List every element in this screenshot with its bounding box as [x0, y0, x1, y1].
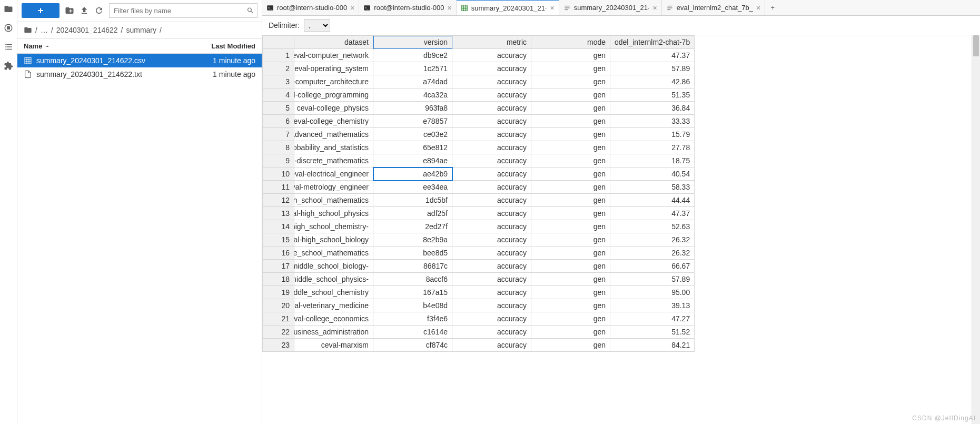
row-number[interactable]: 1 — [263, 49, 294, 62]
close-icon[interactable]: × — [350, 4, 354, 12]
cell[interactable]: 36.84 — [610, 102, 695, 115]
cell[interactable]: gen — [531, 286, 610, 299]
column-header[interactable]: odel_internlm2-chat-7b — [610, 36, 695, 49]
row-number[interactable]: 18 — [263, 273, 294, 286]
row-number[interactable]: 16 — [263, 246, 294, 260]
col-header-name[interactable]: Name — [24, 42, 187, 50]
row-number[interactable]: 19 — [263, 286, 294, 299]
cell[interactable]: accuracy — [452, 286, 531, 299]
row-number[interactable]: 14 — [263, 220, 294, 233]
cell[interactable]: 52.63 — [610, 220, 695, 233]
cell[interactable]: eval-college_economics — [294, 312, 373, 326]
cell[interactable]: 44.44 — [610, 194, 695, 207]
running-icon[interactable] — [4, 23, 13, 33]
cell[interactable]: ce03e2 — [373, 128, 452, 141]
add-tab-button[interactable]: + — [765, 0, 780, 15]
cell[interactable]: accuracy — [452, 128, 531, 141]
cell[interactable]: 51.35 — [610, 88, 695, 102]
cell[interactable]: accuracy — [452, 220, 531, 233]
cell[interactable]: gen — [531, 339, 610, 352]
cell[interactable]: db9ce2 — [373, 49, 452, 62]
cell[interactable]: gen — [531, 88, 610, 102]
cell[interactable]: accuracy — [452, 273, 531, 286]
row-number[interactable]: 12 — [263, 194, 294, 207]
cell[interactable]: 95.00 — [610, 286, 695, 299]
column-header[interactable]: dataset — [294, 36, 373, 49]
cell[interactable]: ceval-operating_system — [294, 62, 373, 75]
cell[interactable]: 27.78 — [610, 141, 695, 154]
cell[interactable]: cf874c — [373, 339, 452, 352]
cell[interactable]: accuracy — [452, 49, 531, 62]
cell[interactable]: 58.33 — [610, 181, 695, 194]
vertical-scrollbar[interactable] — [972, 35, 980, 424]
cell[interactable]: 4ca32a — [373, 88, 452, 102]
new-folder-icon[interactable] — [65, 6, 74, 15]
cell[interactable]: e78857 — [373, 115, 452, 128]
cell[interactable]: accuracy — [452, 62, 531, 75]
cell[interactable]: val-veterinary_medicine — [294, 299, 373, 312]
extensions-icon[interactable] — [4, 61, 13, 71]
row-number[interactable]: 5 — [263, 102, 294, 115]
cell[interactable]: dle_school_mathematics — [294, 246, 373, 260]
cell[interactable]: advanced_mathematics — [294, 128, 373, 141]
corner-cell[interactable] — [263, 36, 294, 49]
cell[interactable]: ae42b9 — [373, 167, 452, 181]
tab[interactable]: summary_20240301_21·× — [457, 0, 559, 15]
cell[interactable]: accuracy — [452, 141, 531, 154]
close-icon[interactable]: × — [756, 4, 760, 12]
row-number[interactable]: 9 — [263, 154, 294, 167]
cell[interactable]: business_administration — [294, 326, 373, 339]
tab[interactable]: eval_internlm2_chat_7b_× — [662, 0, 765, 15]
scrollbar-thumb[interactable] — [973, 35, 979, 56]
cell[interactable]: 51.52 — [610, 326, 695, 339]
cell[interactable]: gen — [531, 49, 610, 62]
cell[interactable]: accuracy — [452, 339, 531, 352]
cell[interactable]: 167a15 — [373, 286, 452, 299]
breadcrumb-root-icon[interactable] — [24, 26, 32, 34]
cell[interactable]: 39.13 — [610, 299, 695, 312]
cell[interactable]: 15.79 — [610, 128, 695, 141]
cell[interactable]: accuracy — [452, 115, 531, 128]
cell[interactable]: robability_and_statistics — [294, 141, 373, 154]
cell[interactable]: 2ed27f — [373, 220, 452, 233]
cell[interactable]: accuracy — [452, 167, 531, 181]
tab[interactable]: summary_20240301_21·× — [559, 0, 662, 15]
cell[interactable]: 47.27 — [610, 312, 695, 326]
cell[interactable]: accuracy — [452, 154, 531, 167]
row-number[interactable]: 22 — [263, 326, 294, 339]
cell[interactable]: gen — [531, 246, 610, 260]
breadcrumb-ellipsis[interactable]: … — [41, 26, 48, 34]
row-number[interactable]: 13 — [263, 207, 294, 220]
row-number[interactable]: 11 — [263, 181, 294, 194]
row-number[interactable]: 17 — [263, 260, 294, 273]
cell[interactable]: 57.89 — [610, 62, 695, 75]
cell[interactable]: -middle_school_biology — [294, 260, 373, 273]
cell[interactable]: 1c2571 — [373, 62, 452, 75]
row-number[interactable]: 10 — [263, 167, 294, 181]
cell[interactable]: 33.33 — [610, 115, 695, 128]
new-launcher-button[interactable]: + — [22, 3, 60, 18]
cell[interactable]: accuracy — [452, 88, 531, 102]
cell[interactable]: ceval-college_chemistry — [294, 115, 373, 128]
cell[interactable]: 26.32 — [610, 233, 695, 246]
row-number[interactable]: 4 — [263, 88, 294, 102]
row-number[interactable]: 23 — [263, 339, 294, 352]
row-number[interactable]: 21 — [263, 312, 294, 326]
cell[interactable]: adf25f — [373, 207, 452, 220]
cell[interactable]: 65e812 — [373, 141, 452, 154]
delimiter-select[interactable]: , — [304, 19, 330, 32]
cell[interactable]: accuracy — [452, 312, 531, 326]
cell[interactable]: accuracy — [452, 207, 531, 220]
row-number[interactable]: 8 — [263, 141, 294, 154]
cell[interactable]: 8accf6 — [373, 273, 452, 286]
cell[interactable]: gen — [531, 260, 610, 273]
csv-grid[interactable]: datasetversionmetricmodeodel_internlm2-c… — [262, 35, 980, 424]
column-header[interactable]: metric — [452, 36, 531, 49]
cell[interactable]: val-metrology_engineer — [294, 181, 373, 194]
column-header[interactable]: mode — [531, 36, 610, 49]
cell[interactable]: e894ae — [373, 154, 452, 167]
cell[interactable]: gen — [531, 128, 610, 141]
cell[interactable]: b4e08d — [373, 299, 452, 312]
row-number[interactable]: 3 — [263, 75, 294, 88]
cell[interactable]: gen — [531, 207, 610, 220]
